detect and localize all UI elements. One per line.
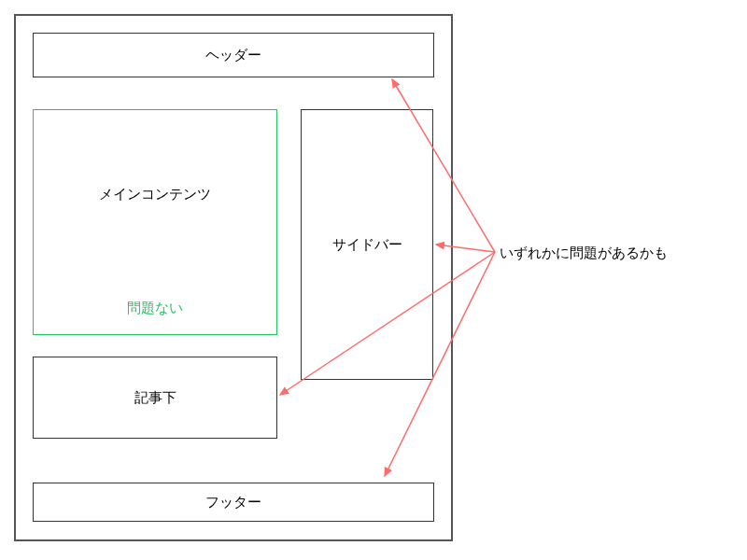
footer-block: フッター <box>33 483 434 522</box>
annotation-text: いずれかに問題があるかも <box>500 245 668 262</box>
header-label: ヘッダー <box>205 47 261 64</box>
main-content-label: メインコンテンツ <box>99 186 211 203</box>
sidebar-block: サイドバー <box>301 109 433 380</box>
header-block: ヘッダー <box>33 33 434 77</box>
footer-label: フッター <box>205 494 261 511</box>
below-article-block: 記事下 <box>33 357 277 439</box>
sidebar-label: サイドバー <box>332 236 402 254</box>
wireframe-container: ヘッダー メインコンテンツ 問題ない サイドバー 記事下 フッター <box>14 14 453 541</box>
below-article-label: 記事下 <box>134 389 176 407</box>
main-content-note: 問題ない <box>127 300 183 317</box>
main-content-block: メインコンテンツ 問題ない <box>33 109 277 335</box>
